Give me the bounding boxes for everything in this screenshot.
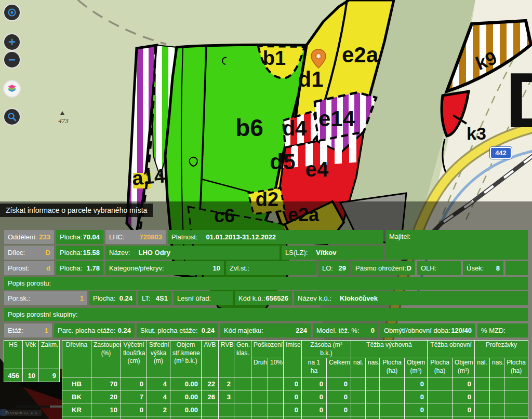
field-parc-plocha: Parc. plocha etáže: 0.24 [54, 323, 135, 337]
table-cell: 0 [302, 416, 327, 419]
table-cell [202, 416, 219, 419]
field-value: 656526 [266, 294, 288, 302]
column-header: RVB [219, 341, 234, 377]
field-value: D [407, 264, 411, 272]
column-header: Celkem [327, 358, 351, 377]
field-label: LS(LZ): [285, 249, 308, 256]
field-value: D [46, 249, 50, 256]
field-label: Zvl.st.: [230, 264, 249, 272]
table-cell: Celkem: [62, 416, 91, 419]
field-label: Popis porostu: [8, 279, 51, 287]
table-cell [234, 416, 251, 419]
table-cell: 3 [219, 390, 234, 403]
plus-icon: + [8, 37, 16, 47]
field-zvlst: Zvl.st.: [226, 261, 316, 275]
column-header: Zakm. [39, 341, 60, 369]
table-cell: 0 [366, 416, 380, 419]
table-cell: 7 [121, 390, 147, 403]
field-label: Porost: [8, 264, 29, 272]
table-cell: 0 [405, 377, 428, 390]
column-header: Výčetní tloušťka (cm) [121, 341, 147, 377]
table-cell: 0 [453, 390, 475, 403]
column-group-header: Prořezávky [475, 341, 528, 358]
zoom-out-button[interactable]: − [3, 51, 21, 69]
field-label: Obmýtí/obnovní doba: [384, 327, 450, 334]
field-lt: LT: 4S1 [138, 291, 171, 305]
table-cell [284, 416, 302, 419]
table-cell [490, 390, 504, 403]
field-kod-majetku: Kód majetku: 224 [220, 323, 311, 337]
layers-button[interactable] [3, 80, 21, 98]
field-label: Kód k.ú.: [238, 294, 265, 302]
table-cell [234, 377, 251, 390]
column-header: Imise [284, 341, 302, 377]
column-group-header: Zásoba (m³ b.k.) [302, 341, 351, 358]
table-cell [202, 403, 219, 416]
table-cell [351, 416, 366, 419]
field-label: Oddělení: [8, 233, 37, 241]
field-label: Model. těž. %: [316, 327, 359, 334]
field-spacer [506, 261, 528, 275]
field-label: Dílec: [8, 249, 25, 256]
column-group-header: Těžba obnovní [428, 341, 475, 358]
table-cell: 0 [302, 390, 327, 403]
table-cell: 0 [405, 390, 428, 403]
field-value: 233 [39, 233, 50, 241]
table-cell: 0 [327, 416, 351, 419]
column-header: Zastoupení (%) [91, 341, 121, 377]
field-value: 224 [296, 327, 307, 334]
stand-summary-table: HS Věk Zakm. 456109 [4, 340, 60, 382]
field-label: Pásmo ohrožení: [355, 264, 406, 272]
column-header: Druh [251, 358, 268, 377]
app-window: b1e2ad1b6d4e14d5e4a14d2c6e2ak9k3473 D 44… [0, 0, 532, 419]
field-value: 15.58 [83, 249, 100, 256]
field-dilec: Dílec: D [4, 246, 54, 260]
table-cell: 0.00 [170, 403, 202, 416]
table-cell: 0 [302, 377, 327, 390]
field-lhc: LHC: 720803 [105, 230, 166, 244]
minus-icon: − [8, 55, 16, 65]
search-button[interactable] [3, 108, 21, 126]
field-pasmo: Pásmo ohrožení: D [352, 261, 415, 275]
field-label: Kategorie/překryv: [109, 264, 164, 272]
column-header: Plocha (ha) [380, 358, 405, 377]
table-cell [428, 403, 453, 416]
table-row: Celkem:1000000.0000.000110.24 [62, 416, 528, 419]
field-nazev: Název: LHO Odry [105, 246, 280, 260]
field-etaz: Etáž: 1 [4, 323, 52, 337]
field-value: 0.24 [118, 327, 131, 334]
column-group-header: Těžba výchovná [351, 341, 428, 358]
field-label: Název k.ú.: [298, 294, 331, 302]
field-obmyti: Obmýtí/obnovní doba: 120/40 [380, 323, 475, 337]
table-cell [251, 390, 268, 403]
table-cell: 0 [453, 403, 475, 416]
field-plocha-porost: Plocha: 1.78 [56, 261, 103, 275]
column-header: Gen. klas. [234, 341, 251, 377]
zoom-in-button[interactable]: + [3, 33, 21, 51]
field-value: 29 [339, 264, 346, 272]
table-cell: 456 [4, 369, 23, 382]
field-label: Parc. plocha etáže: [58, 327, 115, 334]
table-cell: 2 [219, 377, 234, 390]
column-header: Objem stř.kmene (m³ b.k.) [170, 341, 202, 377]
table-cell: 10 [91, 403, 121, 416]
column-group-header: Poškození [251, 341, 284, 358]
locate-icon [7, 7, 17, 18]
field-plocha-porsk: Plocha: 0.24 [89, 291, 136, 305]
table-cell [366, 403, 380, 416]
column-header: 10% [268, 358, 284, 377]
column-header: nal. [351, 358, 366, 377]
table-cell [219, 416, 234, 419]
table-cell [490, 377, 504, 390]
search-icon [7, 112, 17, 122]
table-cell: 1 [475, 416, 490, 419]
field-label: LO: [322, 264, 333, 272]
locate-button[interactable] [3, 4, 21, 21]
field-nazev-ku: Název k.ú.: Klokočůvek [294, 291, 528, 305]
table-cell: 0.00 [428, 416, 453, 419]
table-cell [268, 403, 284, 416]
table-cell [475, 390, 490, 403]
table-cell [147, 416, 170, 419]
table-row: BK20740.0026300000 [62, 390, 528, 403]
table-cell: 20 [91, 390, 121, 403]
